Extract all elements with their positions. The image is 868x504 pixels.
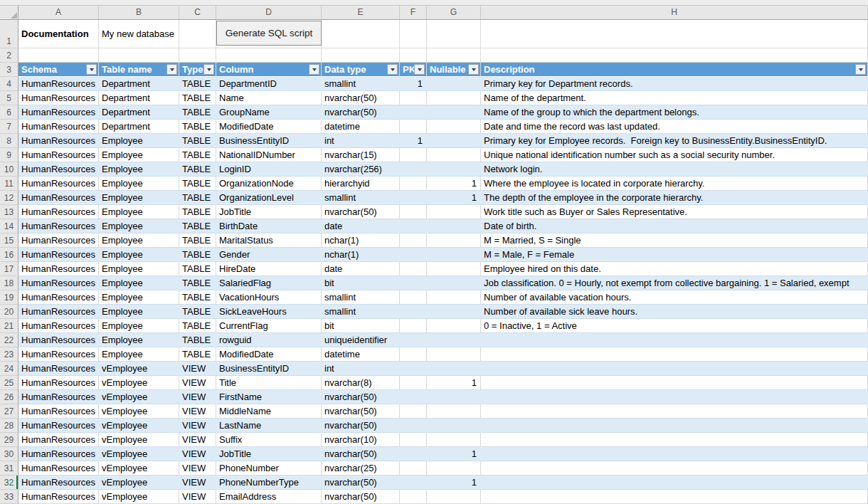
- filter-header-description[interactable]: Description: [481, 63, 868, 77]
- cell-schema[interactable]: HumanResources: [18, 447, 99, 461]
- cell-data_type[interactable]: nvarchar(50): [322, 205, 400, 219]
- cell-table[interactable]: Department: [99, 91, 179, 105]
- row-number-13[interactable]: 13: [0, 205, 18, 219]
- cell-description[interactable]: The depth of the employee in the corpora…: [481, 191, 868, 205]
- cell-description[interactable]: [481, 476, 868, 490]
- filter-header-column[interactable]: Column: [216, 63, 322, 77]
- cell-data_type[interactable]: nvarchar(8): [322, 376, 400, 390]
- cell-data_type[interactable]: nvarchar(50): [322, 91, 400, 105]
- cell-column[interactable]: LoginID: [216, 162, 322, 177]
- cell-pk[interactable]: [400, 362, 427, 376]
- cell-schema[interactable]: HumanResources: [18, 476, 99, 490]
- empty-cell[interactable]: [481, 48, 868, 63]
- cell-schema[interactable]: HumanResources: [18, 347, 99, 362]
- cell-table[interactable]: Employee: [99, 191, 179, 205]
- cell-pk[interactable]: [400, 447, 427, 461]
- cell-nullable[interactable]: [427, 461, 481, 476]
- cell-table[interactable]: Employee: [99, 148, 179, 162]
- cell-column[interactable]: BusinessEntityID: [216, 362, 322, 376]
- cell-data_type[interactable]: int: [322, 362, 400, 376]
- cell-type[interactable]: TABLE: [179, 333, 216, 347]
- cell-table[interactable]: Department: [99, 77, 179, 91]
- filter-dropdown-schema[interactable]: [86, 64, 97, 75]
- cell-table[interactable]: Employee: [99, 205, 179, 219]
- cell-description[interactable]: 0 = Inactive, 1 = Active: [481, 319, 868, 333]
- filter-dropdown-description[interactable]: [855, 64, 866, 75]
- cell-nullable[interactable]: [427, 205, 481, 219]
- cell-data_type[interactable]: hierarchyid: [322, 177, 400, 191]
- cell-schema[interactable]: HumanResources: [18, 376, 99, 390]
- cell-nullable[interactable]: [427, 262, 481, 276]
- cell-nullable[interactable]: [427, 347, 481, 362]
- column-header-H[interactable]: H: [481, 6, 868, 19]
- cell-type[interactable]: TABLE: [179, 205, 216, 219]
- empty-cell[interactable]: [18, 48, 99, 63]
- cell-description[interactable]: Number of available sick leave hours.: [481, 305, 868, 319]
- cell-type[interactable]: VIEW: [179, 447, 216, 461]
- cell-table[interactable]: Employee: [99, 319, 179, 333]
- empty-cell[interactable]: [481, 20, 868, 48]
- cell-nullable[interactable]: [427, 305, 481, 319]
- cell-nullable[interactable]: [427, 120, 481, 134]
- cell-table[interactable]: Department: [99, 120, 179, 134]
- cell-data_type[interactable]: nvarchar(25): [322, 461, 400, 476]
- cell-type[interactable]: TABLE: [179, 148, 216, 162]
- cell-data_type[interactable]: datetime: [322, 120, 400, 134]
- empty-cell[interactable]: [400, 20, 427, 48]
- cell-nullable[interactable]: 1: [427, 447, 481, 461]
- cell-table[interactable]: Employee: [99, 290, 179, 305]
- cell-pk[interactable]: [400, 91, 427, 105]
- cell-type[interactable]: TABLE: [179, 305, 216, 319]
- cell-table[interactable]: Employee: [99, 134, 179, 148]
- cell-description[interactable]: Unique national identification number su…: [481, 148, 868, 162]
- cell-table[interactable]: Employee: [99, 233, 179, 248]
- row-number-21[interactable]: 21: [0, 319, 18, 333]
- row-number-10[interactable]: 10: [0, 162, 18, 177]
- row-number-30[interactable]: 30: [0, 447, 18, 461]
- cell-type[interactable]: TABLE: [179, 134, 216, 148]
- cell-description[interactable]: M = Male, F = Female: [481, 248, 868, 262]
- cell-pk[interactable]: [400, 433, 427, 447]
- filter-dropdown-data_type[interactable]: [387, 64, 398, 75]
- cell-data_type[interactable]: nvarchar(50): [322, 419, 400, 433]
- documentation-title-cell[interactable]: Documentation: [18, 20, 99, 48]
- row-number-11[interactable]: 11: [0, 177, 18, 191]
- filter-header-schema[interactable]: Schema: [18, 63, 99, 77]
- cell-column[interactable]: EmailAddress: [216, 490, 322, 504]
- cell-pk[interactable]: [400, 191, 427, 205]
- cell-description[interactable]: [481, 362, 868, 376]
- filter-dropdown-nullable[interactable]: [468, 64, 479, 75]
- cell-description[interactable]: Job classification. 0 = Hourly, not exem…: [481, 276, 868, 290]
- row-number-33[interactable]: 33: [0, 490, 18, 504]
- cell-pk[interactable]: 1: [400, 134, 427, 148]
- cell-schema[interactable]: HumanResources: [18, 490, 99, 504]
- cell-type[interactable]: TABLE: [179, 105, 216, 120]
- cell-pk[interactable]: [400, 333, 427, 347]
- cell-column[interactable]: Name: [216, 91, 322, 105]
- cell-description[interactable]: [481, 347, 868, 362]
- cell-type[interactable]: TABLE: [179, 262, 216, 276]
- row-number-6[interactable]: 6: [0, 105, 18, 120]
- cell-type[interactable]: TABLE: [179, 347, 216, 362]
- cell-pk[interactable]: 1: [400, 77, 427, 91]
- filter-dropdown-pk[interactable]: [414, 64, 425, 75]
- cell-pk[interactable]: [400, 419, 427, 433]
- cell-table[interactable]: Employee: [99, 276, 179, 290]
- cell-table[interactable]: vEmployee: [99, 433, 179, 447]
- filter-dropdown-type[interactable]: [203, 64, 214, 75]
- cell-column[interactable]: rowguid: [216, 333, 322, 347]
- cell-type[interactable]: TABLE: [179, 77, 216, 91]
- cell-nullable[interactable]: 1: [427, 476, 481, 490]
- cell-data_type[interactable]: uniqueidentifier: [322, 333, 400, 347]
- cell-type[interactable]: VIEW: [179, 433, 216, 447]
- cell-description[interactable]: [481, 461, 868, 476]
- row-number-22[interactable]: 22: [0, 333, 18, 347]
- cell-nullable[interactable]: [427, 148, 481, 162]
- cell-schema[interactable]: HumanResources: [18, 290, 99, 305]
- cell-nullable[interactable]: 1: [427, 191, 481, 205]
- cell-description[interactable]: Number of available vacation hours.: [481, 290, 868, 305]
- cell-column[interactable]: BusinessEntityID: [216, 134, 322, 148]
- row-number-26[interactable]: 26: [0, 390, 18, 404]
- cell-nullable[interactable]: [427, 91, 481, 105]
- cell-column[interactable]: Suffix: [216, 433, 322, 447]
